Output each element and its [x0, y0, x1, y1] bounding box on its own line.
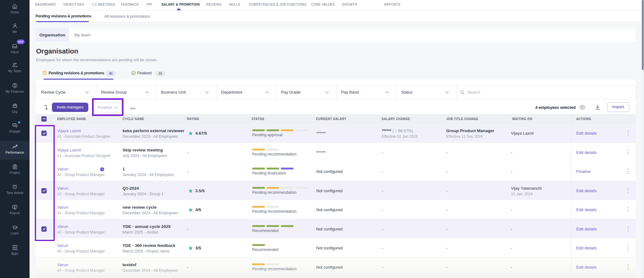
- svg-text:!: !: [102, 168, 103, 171]
